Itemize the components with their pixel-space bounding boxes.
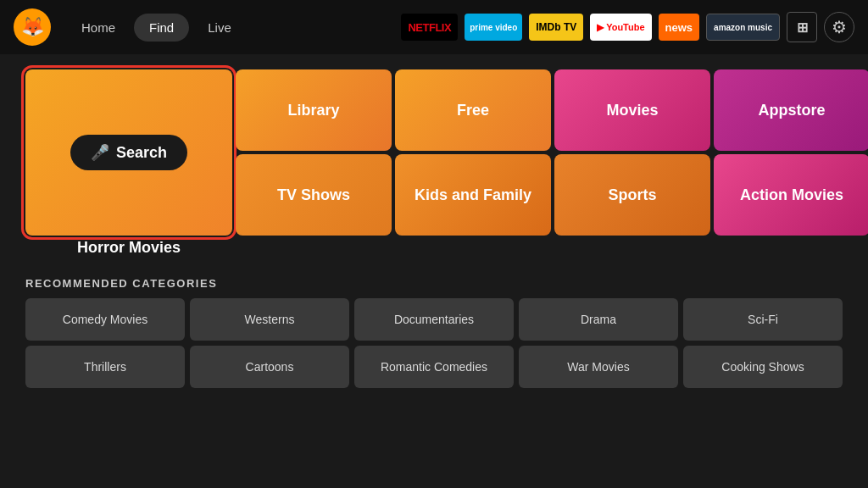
microphone-icon: 🎤 xyxy=(91,143,109,162)
service-news[interactable]: news xyxy=(659,14,700,41)
service-youtube[interactable]: ▶ YouTube xyxy=(590,14,651,41)
rec-thrillers[interactable]: Thrillers xyxy=(25,346,185,388)
rec-war-movies[interactable]: War Movies xyxy=(519,346,678,388)
search-button[interactable]: 🎤 Search xyxy=(70,135,187,170)
tile-horrormovies[interactable]: Horror Movies xyxy=(25,239,232,257)
service-imdb[interactable]: IMDb TV xyxy=(529,14,583,41)
tile-appstore[interactable]: Appstore xyxy=(714,69,868,151)
rec-westerns[interactable]: Westerns xyxy=(190,298,349,341)
service-icons-bar: NETFLIX prime video IMDb TV ▶ YouTube ne… xyxy=(401,12,854,42)
rec-romantic-comedies[interactable]: Romantic Comedies xyxy=(354,346,514,388)
recommended-grid: Comedy Movies Westerns Documentaries Dra… xyxy=(25,298,843,388)
rec-cooking-shows[interactable]: Cooking Shows xyxy=(683,346,843,388)
header: 🦊 Home Find Live NETFLIX prime video IMD… xyxy=(0,0,868,54)
recommended-title: RECOMMENDED CATEGORIES xyxy=(25,277,843,290)
rec-documentaries[interactable]: Documentaries xyxy=(354,298,514,341)
settings-button[interactable]: ⚙ xyxy=(824,12,854,42)
service-netflix[interactable]: NETFLIX xyxy=(401,14,458,41)
tile-movies[interactable]: Movies xyxy=(554,69,710,151)
rec-cartoons[interactable]: Cartoons xyxy=(190,346,349,388)
nav-find[interactable]: Find xyxy=(134,14,189,42)
main-nav: Home Find Live xyxy=(66,14,247,42)
main-content: 🎤 Search Library Free Movies Appstore TV… xyxy=(0,54,868,388)
tile-sports[interactable]: Sports xyxy=(554,154,710,236)
tile-tvshows[interactable]: TV Shows xyxy=(236,154,392,236)
service-prime[interactable]: prime video xyxy=(465,14,522,41)
tile-actionmovies[interactable]: Action Movies xyxy=(714,154,868,236)
service-music[interactable]: amazon music xyxy=(706,14,780,41)
recommended-section: RECOMMENDED CATEGORIES Comedy Movies Wes… xyxy=(0,277,868,388)
tile-library[interactable]: Library xyxy=(236,69,392,151)
rec-drama[interactable]: Drama xyxy=(519,298,678,341)
category-grid: 🎤 Search Library Free Movies Appstore TV… xyxy=(25,69,843,257)
tile-free[interactable]: Free xyxy=(395,69,551,151)
rec-comedy-movies[interactable]: Comedy Movies xyxy=(25,298,185,341)
grid-icon: ⊞ xyxy=(797,19,808,36)
nav-live[interactable]: Live xyxy=(192,14,247,42)
tile-search[interactable]: 🎤 Search xyxy=(25,69,232,236)
tile-kidsfamily[interactable]: Kids and Family xyxy=(395,154,551,236)
logo[interactable]: 🦊 xyxy=(14,8,51,46)
rec-scifi[interactable]: Sci-Fi xyxy=(683,298,843,341)
grid-button[interactable]: ⊞ xyxy=(787,12,817,42)
gear-icon: ⚙ xyxy=(832,17,847,37)
nav-home[interactable]: Home xyxy=(66,14,131,42)
